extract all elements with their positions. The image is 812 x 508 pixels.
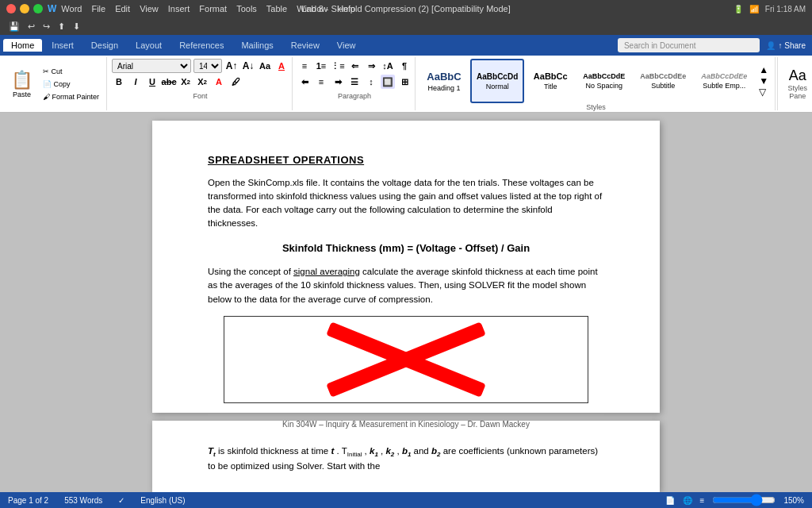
clear-format-button[interactable]: Aa xyxy=(258,59,272,73)
menu-word[interactable]: Word xyxy=(61,4,82,13)
redo-button[interactable]: ↪ xyxy=(40,21,52,33)
clipboard-group: 📋 Paste ✂ Cut 📄 Copy 🖌 Format Painter xyxy=(3,57,107,110)
menu-table[interactable]: Table xyxy=(266,4,287,13)
align-left-button[interactable]: ⬅ xyxy=(297,75,312,89)
shading-button[interactable]: 🔲 xyxy=(381,75,395,89)
menu-view[interactable]: View xyxy=(140,4,159,13)
bold-button[interactable]: B xyxy=(112,75,126,89)
signal-averaging-link[interactable]: signal averaging xyxy=(293,267,360,276)
font-size-selector[interactable]: 14 xyxy=(193,59,222,73)
page-2-content: Tt is skinfold thickness at time t . TIn… xyxy=(208,444,604,474)
view-print-icon[interactable]: 📄 xyxy=(665,496,675,505)
page2-text-2: . T xyxy=(336,446,347,456)
subtitle-preview: AaBbCcDdEe xyxy=(640,72,686,80)
styles-down-arrow[interactable]: ▼ xyxy=(759,75,768,87)
wifi-icon: 📶 xyxy=(749,5,759,13)
quick-access-toolbar: 💾 ↩ ↪ ⬆ ⬇ xyxy=(0,17,812,35)
borders-button[interactable]: ⊞ xyxy=(397,75,412,89)
up-button[interactable]: ⬆ xyxy=(56,21,67,33)
x-shape xyxy=(319,332,493,387)
multilevel-list-button[interactable]: ⋮≡ xyxy=(331,59,345,73)
tab-references[interactable]: References xyxy=(171,39,232,52)
strikethrough-button[interactable]: abc xyxy=(162,75,176,89)
down-button[interactable]: ⬇ xyxy=(71,21,82,33)
align-right-button[interactable]: ➡ xyxy=(331,75,345,89)
style-subtitle[interactable]: AaBbCcDdEe Subtitle xyxy=(634,59,692,103)
paste-button[interactable]: 📋 Paste xyxy=(6,67,37,102)
sort-button[interactable]: ↕A xyxy=(381,59,395,73)
t-variable: t xyxy=(331,446,334,456)
language: English (US) xyxy=(140,496,185,505)
title-preview: AaBbCc xyxy=(534,71,568,81)
styles-up-arrow[interactable]: ▲ xyxy=(759,64,768,75)
menu-insert[interactable]: Insert xyxy=(168,4,190,13)
increase-indent-button[interactable]: ⇒ xyxy=(364,59,378,73)
paragraph-2: Using the concept of signal averaging ca… xyxy=(208,265,604,306)
tab-home[interactable]: Home xyxy=(3,39,42,52)
page-info: Page 1 of 2 xyxy=(8,496,48,505)
paragraph-group-label: Paragraph xyxy=(297,92,412,100)
view-outline-icon[interactable]: ≡ xyxy=(700,496,705,505)
justify-button[interactable]: ☰ xyxy=(347,75,362,89)
clipboard-side: ✂ Cut 📄 Copy 🖌 Format Painter xyxy=(39,66,103,102)
maximize-button[interactable] xyxy=(33,4,43,13)
tab-insert[interactable]: Insert xyxy=(44,39,82,52)
text-effects-button[interactable]: A xyxy=(274,59,289,73)
save-button[interactable]: 💾 xyxy=(6,21,22,33)
styles-scroll-arrows[interactable]: ▲ ▼ ▽ xyxy=(756,64,772,98)
menu-tools[interactable]: Tools xyxy=(236,4,257,13)
menu-edit[interactable]: Edit xyxy=(115,4,130,13)
style-heading1[interactable]: AaBbC Heading 1 xyxy=(420,59,468,103)
tab-layout[interactable]: Layout xyxy=(128,39,170,52)
copy-button[interactable]: 📄 Copy xyxy=(39,79,103,90)
decrease-indent-button[interactable]: ⇐ xyxy=(347,59,362,73)
style-subtle-emphasis[interactable]: AaBbCcDdEe Subtle Emp... xyxy=(695,59,753,103)
close-button[interactable] xyxy=(6,4,16,13)
no-spacing-preview: AaBbCcDdE xyxy=(583,72,625,80)
paragraph-group: ≡ 1≡ ⋮≡ ⇐ ⇒ ↕A ¶ ⬅ ≡ ➡ ☰ ↕ 🔲 ⊞ Paragraph xyxy=(294,57,416,110)
tab-view[interactable]: View xyxy=(329,39,364,52)
tab-mailings[interactable]: Mailings xyxy=(233,39,281,52)
minimize-button[interactable] xyxy=(20,4,29,13)
underline-button[interactable]: U xyxy=(145,75,159,89)
page-2: Tt is skinfold thickness at time t . TIn… xyxy=(152,421,660,492)
search-box[interactable]: Search in Document xyxy=(618,38,760,52)
align-center-button[interactable]: ≡ xyxy=(314,75,328,89)
bullets-button[interactable]: ≡ xyxy=(297,59,312,73)
styles-expand[interactable]: ▽ xyxy=(759,87,768,98)
menu-file[interactable]: File xyxy=(91,4,105,13)
style-title[interactable]: AaBbCc Title xyxy=(527,59,574,103)
zoom-slider[interactable] xyxy=(712,496,776,504)
font-group-label: Font xyxy=(112,92,289,100)
styles-pane-label: StylesPane xyxy=(787,84,807,100)
cut-button[interactable]: ✂ Cut xyxy=(39,66,103,77)
style-normal[interactable]: AaBbCcDd Normal xyxy=(470,59,524,103)
undo-button[interactable]: ↩ xyxy=(25,21,37,33)
line-spacing-button[interactable]: ↕ xyxy=(364,75,378,89)
status-icons: 🔋 📶 Fri 1:18 AM xyxy=(733,5,806,13)
ribbon-bar: 📋 Paste ✂ Cut 📄 Copy 🖌 Format Painter Ar… xyxy=(0,56,812,113)
page-content-1: SPREADSHEET OPERATIONS Open the SkinComp… xyxy=(208,152,604,430)
superscript-button[interactable]: X2 xyxy=(195,75,209,89)
page2-text-6: and xyxy=(414,446,431,456)
zoom-level: 150% xyxy=(783,496,804,505)
styles-cards: AaBbC Heading 1 AaBbCcDd Normal AaBbCc T… xyxy=(420,59,772,103)
menu-format[interactable]: Format xyxy=(199,4,227,13)
show-formatting-button[interactable]: ¶ xyxy=(397,59,412,73)
share-button[interactable]: ↑ Share xyxy=(779,41,806,50)
italic-button[interactable]: I xyxy=(128,75,143,89)
highlight-button[interactable]: 🖊 xyxy=(228,75,243,89)
text-color-button[interactable]: A xyxy=(212,75,226,89)
styles-pane-button[interactable]: Aa StylesPane xyxy=(777,57,812,110)
para-row-2: ⬅ ≡ ➡ ☰ ↕ 🔲 ⊞ xyxy=(297,75,412,89)
font-selector[interactable]: Arial xyxy=(112,59,191,73)
view-web-icon[interactable]: 🌐 xyxy=(683,496,692,505)
decrease-font-button[interactable]: A↓ xyxy=(241,59,255,73)
format-painter-button[interactable]: 🖌 Format Painter xyxy=(39,91,103,102)
tab-review[interactable]: Review xyxy=(283,39,327,52)
numbering-button[interactable]: 1≡ xyxy=(314,59,328,73)
tab-design[interactable]: Design xyxy=(83,39,126,52)
increase-font-button[interactable]: A↑ xyxy=(224,59,239,73)
subscript-button[interactable]: X2 xyxy=(178,75,193,89)
style-no-spacing[interactable]: AaBbCcDdE No Spacing xyxy=(576,59,631,103)
